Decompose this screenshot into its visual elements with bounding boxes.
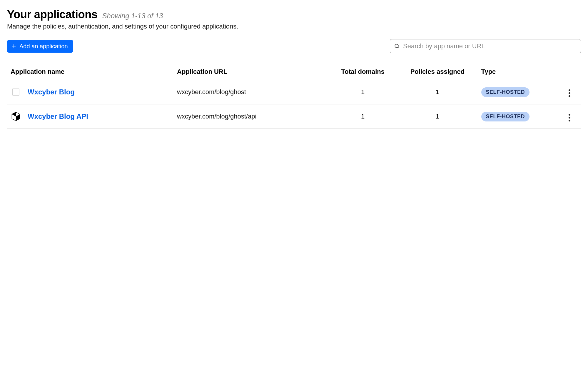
table-row: Wxcyber Blog API wxcyber.com/blog/ghost/… bbox=[7, 104, 581, 129]
application-name-link[interactable]: Wxcyber Blog API bbox=[28, 112, 88, 121]
add-application-button[interactable]: Add an application bbox=[7, 40, 73, 53]
type-badge: SELF-HOSTED bbox=[481, 112, 530, 121]
application-name-link[interactable]: Wxcyber Blog bbox=[28, 88, 75, 96]
policies-assigned-value: 1 bbox=[436, 113, 439, 120]
type-badge: SELF-HOSTED bbox=[481, 87, 530, 97]
page-subtitle: Manage the policies, authentication, and… bbox=[7, 23, 581, 30]
app-empty-icon bbox=[12, 89, 19, 96]
application-url: wxcyber.com/blog/ghost bbox=[177, 88, 246, 96]
add-application-label: Add an application bbox=[19, 43, 68, 50]
policies-assigned-value: 1 bbox=[436, 88, 439, 96]
application-url: wxcyber.com/blog/ghost/api bbox=[177, 113, 256, 120]
column-header-name: Application name bbox=[7, 64, 173, 80]
plus-icon bbox=[11, 44, 16, 49]
page-title: Your applications bbox=[7, 8, 98, 21]
applications-table: Application name Application URL Total d… bbox=[7, 64, 581, 129]
svg-line-3 bbox=[398, 47, 399, 49]
table-row: Wxcyber Blog wxcyber.com/blog/ghost 1 1 … bbox=[7, 80, 581, 104]
column-header-url: Application URL bbox=[173, 64, 328, 80]
app-hex-icon bbox=[11, 111, 21, 122]
search-icon bbox=[394, 43, 400, 49]
total-domains-value: 1 bbox=[361, 113, 365, 120]
row-actions-button[interactable] bbox=[567, 112, 572, 123]
total-domains-value: 1 bbox=[361, 88, 365, 96]
column-header-menu bbox=[558, 64, 581, 80]
search-input[interactable] bbox=[390, 39, 581, 53]
row-actions-button[interactable] bbox=[567, 88, 572, 99]
page-count: Showing 1-13 of 13 bbox=[102, 12, 163, 20]
column-header-domains: Total domains bbox=[328, 64, 397, 80]
svg-point-2 bbox=[395, 44, 398, 48]
column-header-policies: Policies assigned bbox=[397, 64, 477, 80]
column-header-type: Type bbox=[478, 64, 558, 80]
